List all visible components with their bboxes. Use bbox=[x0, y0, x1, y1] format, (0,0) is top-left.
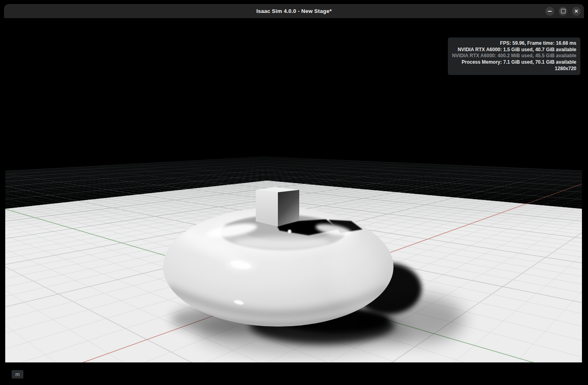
title-bar[interactable]: Isaac Sim 4.0.0 - New Stage* ✕ bbox=[4, 4, 584, 18]
cube-left-face bbox=[256, 190, 278, 227]
minimize-button[interactable] bbox=[545, 7, 554, 16]
close-button[interactable]: ✕ bbox=[572, 7, 581, 16]
stat-line: Process Memory: 7.1 GiB used, 70.1 GiB a… bbox=[452, 59, 576, 66]
close-icon: ✕ bbox=[574, 9, 578, 14]
stats-overlay: FPS: 59.96, Frame time: 16.68 msNVIDIA R… bbox=[448, 37, 580, 75]
stat-line: FPS: 59.96, Frame time: 16.68 ms bbox=[452, 40, 576, 47]
maximize-icon bbox=[561, 9, 565, 13]
stat-line: 1280x720 bbox=[452, 66, 576, 72]
maximize-button[interactable] bbox=[559, 7, 567, 16]
stat-line: NVIDIA RTX A6000: 400.2 MiB used, 45.5 G… bbox=[452, 53, 576, 59]
viewport: FPS: 59.96, Frame time: 16.68 msNVIDIA R… bbox=[4, 18, 584, 385]
stat-line: NVIDIA RTX A6000: 1.5 GiB used, 40.7 GiB… bbox=[452, 47, 576, 53]
app-window: Isaac Sim 4.0.0 - New Stage* ✕ FPS: 59.9… bbox=[4, 4, 584, 385]
window-title: Isaac Sim 4.0.0 - New Stage* bbox=[4, 4, 584, 18]
window-controls: ✕ bbox=[545, 7, 581, 16]
cube bbox=[256, 187, 299, 227]
minimize-icon bbox=[548, 11, 552, 12]
unit-badge: m bbox=[12, 370, 23, 379]
